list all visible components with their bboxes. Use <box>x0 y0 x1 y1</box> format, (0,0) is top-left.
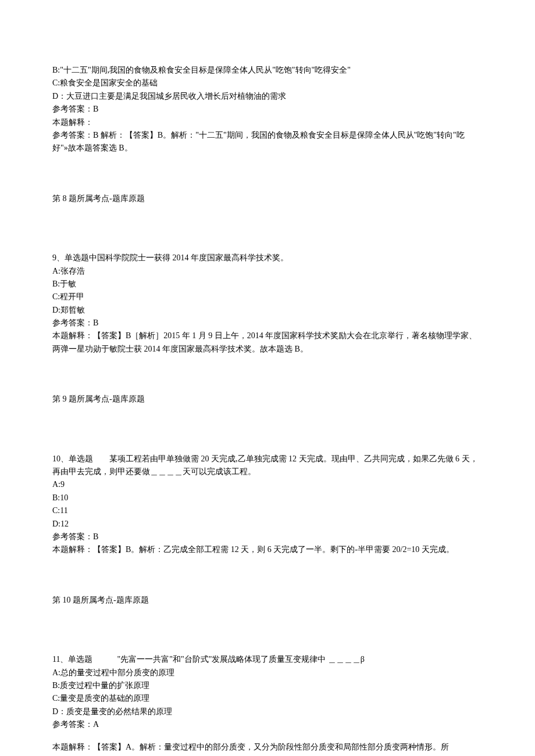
q9-option-a: A:张存浩 <box>52 265 483 278</box>
q10-option-c: C:11 <box>52 504 483 517</box>
q11-answer: 参考答案：A <box>52 718 483 731</box>
q11-stem: 11、单选题 "先富一一共富"和"台阶式"发展战略体现了质量互变规律中 ＿＿＿＿… <box>52 653 483 666</box>
q9-option-d: D:郑哲敏 <box>52 304 483 317</box>
q10-explanation: 本题解释：【答案】B。解析：乙完成全部工程需 12 天，则 6 天完成了一半。剩… <box>52 543 483 556</box>
q11-explanation: 本题解释：【答案】A。解析：量变过程中的部分质变，又分为阶段性部分质变和局部性部… <box>52 741 483 754</box>
q9-stem: 9、单选题中国科学院院士一获得 2014 年度国家最高科学技术奖。 <box>52 252 483 264</box>
q9-topic-line: 第 9 题所属考点-题库原题 <box>52 393 483 406</box>
q10-option-b: B:10 <box>52 492 483 504</box>
q7-option-b: B:"十二五"期间,我国的食物及粮食安全目标是保障全体人民从"吃饱"转向"吃得安… <box>52 64 483 77</box>
q10-option-a: A:9 <box>52 478 483 491</box>
q7-explanation: 参考答案：B 解析：【答案】B。解析："十二五"期间，我国的食物及粮食安全目标是… <box>52 129 483 155</box>
q7-explanation-label: 本题解释： <box>52 116 483 129</box>
q8-topic-line: 第 8 题所属考点-题库原题 <box>52 192 483 205</box>
q7-option-c: C:粮食安全是国家安全的基础 <box>52 77 483 89</box>
q11-option-d: D：质变是量变的必然结果的原理 <box>52 705 483 718</box>
q11-option-a: A:总的量变过程中部分质变的原理 <box>52 667 483 679</box>
q10-topic-line: 第 10 题所属考点-题库原题 <box>52 594 483 607</box>
q10-answer: 参考答案：B <box>52 531 483 543</box>
q9-explanation: 本题解释：【答案】B［解析］2015 年 1 月 9 日上午，2014 年度国家… <box>52 329 483 356</box>
q7-answer: 参考答案：B <box>52 103 483 116</box>
q9-answer: 参考答案：B <box>52 317 483 329</box>
q11-option-c: C:量变是质变的基础的原理 <box>52 692 483 705</box>
q10-option-d: D:12 <box>52 518 483 531</box>
q10-stem: 10、单选题 某项工程若由甲单独做需 20 天完成,乙单独完成需 12 天完成。… <box>52 453 483 479</box>
q11-option-b: B:质变过程中量的扩张原理 <box>52 679 483 692</box>
q9-option-c: C:程开甲 <box>52 291 483 303</box>
q9-option-b: B:于敏 <box>52 278 483 291</box>
document-page: B:"十二五"期间,我国的食物及粮食安全目标是保障全体人民从"吃饱"转向"吃得安… <box>0 0 535 756</box>
q7-option-d: D：大豆进口主要是满足我国城乡居民收入增长后对植物油的需求 <box>52 90 483 103</box>
